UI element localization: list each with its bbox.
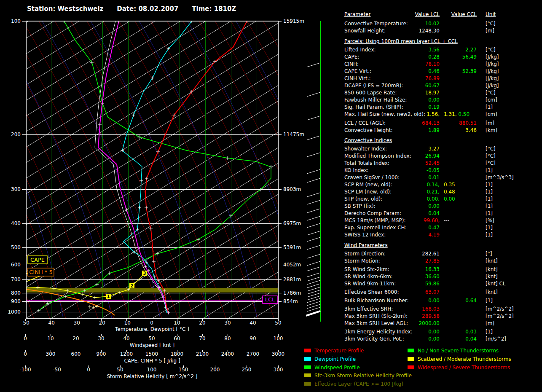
parameter-row: 3km Effective SRH:168.03[m^2/s^2]	[344, 306, 542, 313]
svg-text:LCL: LCL	[265, 296, 275, 303]
legend-swatch	[304, 382, 311, 386]
altitude-label: 8903m	[283, 186, 301, 192]
axis-tick-label: 2100	[196, 351, 209, 357]
axis-tick-label: -10	[122, 320, 131, 326]
parameter-row: Convective Height:1.893.46[km]	[344, 127, 542, 134]
parameter-row: Derecho Comp Param:0.04[1]	[344, 210, 542, 217]
legend-label: Dewpoint Profile	[314, 356, 356, 362]
pressure-label: 100	[11, 18, 21, 24]
axis-title: Temperature, Dewpoint [ °C ]	[115, 326, 189, 332]
parameter-row: Max 3km SRH Level AGL:2000.00[m]	[344, 320, 542, 327]
wind-barb	[307, 116, 320, 120]
legend-label: Sfc-3km Storm Relative Helicity Profile	[314, 373, 412, 379]
pressure-label: 900	[11, 298, 21, 304]
axis-tick-label: 20	[199, 320, 205, 326]
panel-section-header: Wind Parameters	[344, 242, 542, 249]
axis-title: Windspeed [ knt ]	[130, 342, 174, 348]
windspeed-axis: 0102030405060708090100Windspeed [ knt ]	[24, 334, 283, 348]
parameter-row: SB STP (fix):0.00[1]	[344, 203, 542, 210]
axis-tick-label: 30	[98, 336, 104, 341]
legend-label: Effective Layer (CAPE >= 100 J/kg)	[314, 381, 403, 387]
axis-tick-label: 0	[24, 336, 27, 341]
axis-tick-label: 150	[179, 367, 188, 373]
profile-legend-item: Temperature Profile	[304, 348, 364, 354]
wind-barb	[307, 245, 320, 250]
parameter-row: Bulk Richardson Number:0.000.64[1]	[344, 298, 542, 304]
parameter-row: 3km Vorticity Gen. Pot.:0.000.04[m/s^2]	[344, 336, 542, 343]
axis-tick-label: 1200	[120, 351, 133, 357]
axis-tick-label: 70	[199, 336, 205, 341]
axis-tick-label: -50	[21, 320, 30, 326]
panel-column-headers: ParameterValue LCLValue CCLUnit	[344, 11, 542, 18]
parameter-row: Effective Shear 6000:63.07[knt]	[344, 289, 542, 296]
wind-barb	[307, 63, 320, 67]
axis-tick-label: 0	[24, 351, 27, 357]
axis-tick-label: 600	[71, 351, 81, 357]
svg-text:2: 2	[131, 284, 134, 288]
pressure-label: 400	[11, 220, 21, 226]
legend-label: Widespread / Severe Thunderstorms	[418, 365, 510, 371]
axis-tick-label: 100	[274, 336, 283, 341]
parameter-row: Max 3km SRH (Sfc-2km):289.58[m^2/s^2]	[344, 313, 542, 320]
parameter-row: SR Wind Sfc-2km:16.33[knt]	[344, 266, 542, 273]
axis-tick-label: 900	[97, 351, 106, 357]
svg-text:3: 3	[143, 271, 146, 276]
axis-tick-label: -30	[72, 320, 80, 326]
wind-barb	[307, 273, 320, 277]
parameter-panel: ParameterValue LCLValue CCLUnitConvectiv…	[344, 0, 542, 392]
legend-swatch	[408, 357, 414, 361]
skewt-chart-area: 10015915m20011475m3008903m4006975m500539…	[0, 0, 343, 392]
axis-title: Storm Relative Helicity [ m^2/s^2 ]	[107, 373, 197, 379]
pressure-label: 1000	[8, 309, 21, 315]
axis-tick-label: 10	[47, 336, 54, 341]
wind-barb	[307, 216, 320, 220]
parameter-row: Storm Motion:27.85[knt]	[344, 258, 542, 265]
axis-tick-label: 10	[174, 320, 180, 326]
parameter-row: Max. Hail Size (new, new2, old):1.56,1.3…	[344, 111, 542, 118]
axis-tick-label: 300	[46, 351, 56, 357]
parameter-row: Storm Direction:282.61[°]	[344, 251, 542, 258]
wind-barb	[307, 280, 320, 285]
pressure-label: 700	[11, 277, 21, 282]
pressure-label: 300	[11, 186, 21, 192]
axis-title: CAPE, CINH * 5 [ J/kg ]	[124, 358, 180, 364]
axis-tick-label: 50	[275, 320, 281, 326]
wind-barb	[307, 254, 320, 258]
wind-barb-flag	[306, 311, 320, 316]
axis-tick-label: 60	[174, 336, 180, 341]
parameter-row: Total Totals Index:52.45[°C]	[344, 160, 542, 167]
axis-tick-label: 90	[250, 336, 256, 341]
legend-swatch	[408, 365, 414, 369]
altitude-label: 4052m	[283, 262, 301, 268]
panel-section-header: Convective Indices	[344, 137, 542, 144]
altitude-label: 5391m	[283, 244, 301, 250]
srh-axis: -100-50050100150200250300Storm Relative …	[19, 365, 283, 379]
pressure-label: 800	[11, 290, 21, 296]
axis-tick-label: 50	[148, 336, 155, 341]
cape-axis: 03006009001200150018002100240027003000CA…	[24, 350, 284, 364]
parameter-row: Snowfall Height:1248.30[m]	[344, 28, 542, 35]
pressure-label: 500	[11, 244, 21, 250]
wind-barb	[307, 231, 320, 235]
temperature-axis: -50-40-30-20-1001020304050Temperature, D…	[21, 319, 281, 332]
svg-text:1: 1	[107, 294, 110, 299]
profile-legend-item: Effective Layer (CAPE >= 100 J/kg)	[304, 381, 403, 387]
parameter-row: STP (new, old):0.00,0.00[1]	[344, 196, 542, 203]
parcel-virtual-profile	[95, 21, 167, 310]
wind-barb	[307, 92, 320, 97]
severity-legend-item: No / Non Severe Thunderstorms	[408, 348, 499, 354]
axis-tick-label: -20	[97, 320, 105, 326]
parameter-row: Craven SigSvr / 1000:0.01[m^3/s^3]	[344, 175, 542, 181]
wind-barb	[307, 261, 320, 266]
wind-barb	[307, 277, 320, 281]
severity-legend-item: Widespread / Severe Thunderstorms	[408, 365, 510, 371]
svg-text:CAPE: CAPE	[30, 257, 45, 263]
parameter-row: CAPE Virt.:0.4652.39[J/kg]	[344, 68, 542, 75]
axis-tick-label: -40	[46, 320, 55, 326]
parameter-row: Convective Temperature:10.02[°C]	[344, 21, 542, 27]
legend-swatch	[408, 349, 414, 352]
wind-barb	[307, 267, 320, 271]
axis-tick-label: 2700	[247, 351, 260, 357]
parameter-row: SCP LM (new, old):0.21,0.48[1]	[344, 189, 542, 196]
axis-tick-label: 3000	[272, 351, 285, 357]
